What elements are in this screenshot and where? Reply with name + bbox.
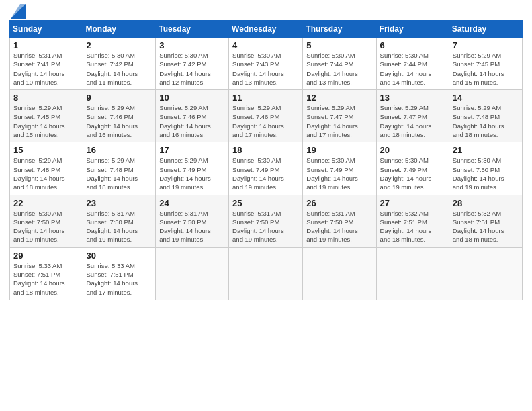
day-info: Sunrise: 5:30 AMSunset: 7:50 PMDaylight:… (453, 156, 519, 191)
day-number: 14 (453, 93, 519, 103)
logo-icon (11, 4, 26, 19)
calendar-cell: 29Sunrise: 5:33 AMSunset: 7:51 PMDayligh… (10, 247, 83, 300)
calendar-cell: 26Sunrise: 5:31 AMSunset: 7:50 PMDayligh… (303, 195, 376, 247)
day-info: Sunrise: 5:30 AMSunset: 7:44 PMDaylight:… (380, 51, 445, 87)
day-info: Sunrise: 5:33 AMSunset: 7:51 PMDaylight:… (13, 261, 79, 297)
day-number: 5 (306, 40, 372, 50)
day-number: 23 (87, 198, 152, 208)
calendar-cell: 1Sunrise: 5:31 AMSunset: 7:41 PMDaylight… (10, 38, 83, 90)
weekday-header-wednesday: Wednesday (229, 21, 303, 38)
calendar-cell: 22Sunrise: 5:30 AMSunset: 7:50 PMDayligh… (10, 195, 83, 247)
day-info: Sunrise: 5:29 AMSunset: 7:46 PMDaylight:… (87, 103, 152, 139)
day-info: Sunrise: 5:30 AMSunset: 7:42 PMDaylight:… (87, 51, 152, 87)
day-number: 25 (232, 198, 299, 208)
day-number: 16 (87, 145, 152, 155)
weekday-header-sunday: Sunday (10, 21, 83, 38)
day-number: 6 (380, 40, 445, 50)
day-info: Sunrise: 5:29 AMSunset: 7:48 PMDaylight:… (13, 156, 79, 191)
day-number: 21 (453, 145, 519, 155)
day-number: 30 (87, 250, 152, 261)
header (9, 7, 523, 15)
week-row-3: 15Sunrise: 5:29 AMSunset: 7:48 PMDayligh… (10, 142, 523, 195)
day-info: Sunrise: 5:29 AMSunset: 7:46 PMDaylight:… (159, 103, 225, 139)
weekday-header-row: SundayMondayTuesdayWednesdayThursdayFrid… (10, 21, 523, 38)
day-number: 8 (13, 93, 79, 103)
calendar-cell (303, 247, 376, 300)
calendar-cell: 19Sunrise: 5:30 AMSunset: 7:49 PMDayligh… (303, 142, 376, 195)
week-row-5: 29Sunrise: 5:33 AMSunset: 7:51 PMDayligh… (10, 247, 523, 300)
day-number: 22 (13, 198, 79, 208)
day-number: 17 (159, 145, 225, 155)
svg-marker-1 (11, 4, 26, 19)
week-row-4: 22Sunrise: 5:30 AMSunset: 7:50 PMDayligh… (10, 195, 523, 247)
calendar-cell: 17Sunrise: 5:29 AMSunset: 7:49 PMDayligh… (156, 142, 229, 195)
page: SundayMondayTuesdayWednesdayThursdayFrid… (0, 0, 532, 411)
calendar-cell: 10Sunrise: 5:29 AMSunset: 7:46 PMDayligh… (156, 90, 229, 142)
day-number: 13 (380, 93, 445, 103)
day-number: 7 (453, 40, 519, 50)
weekday-header-thursday: Thursday (303, 21, 376, 38)
day-number: 19 (306, 145, 372, 155)
calendar-cell: 7Sunrise: 5:29 AMSunset: 7:45 PMDaylight… (449, 38, 522, 90)
calendar-cell: 30Sunrise: 5:33 AMSunset: 7:51 PMDayligh… (83, 247, 156, 300)
day-number: 15 (13, 145, 79, 155)
logo (9, 7, 26, 15)
calendar-cell: 13Sunrise: 5:29 AMSunset: 7:47 PMDayligh… (376, 90, 449, 142)
day-info: Sunrise: 5:30 AMSunset: 7:49 PMDaylight:… (232, 156, 299, 191)
calendar-cell: 25Sunrise: 5:31 AMSunset: 7:50 PMDayligh… (229, 195, 303, 247)
calendar-cell (376, 247, 449, 300)
day-info: Sunrise: 5:29 AMSunset: 7:48 PMDaylight:… (87, 156, 152, 191)
day-number: 11 (232, 93, 299, 103)
day-info: Sunrise: 5:33 AMSunset: 7:51 PMDaylight:… (87, 261, 152, 297)
day-info: Sunrise: 5:30 AMSunset: 7:44 PMDaylight:… (306, 51, 372, 87)
day-info: Sunrise: 5:31 AMSunset: 7:50 PMDaylight:… (159, 209, 225, 244)
day-info: Sunrise: 5:30 AMSunset: 7:49 PMDaylight:… (380, 156, 445, 191)
day-info: Sunrise: 5:29 AMSunset: 7:45 PMDaylight:… (453, 51, 519, 87)
day-info: Sunrise: 5:29 AMSunset: 7:47 PMDaylight:… (380, 103, 445, 139)
calendar-cell: 6Sunrise: 5:30 AMSunset: 7:44 PMDaylight… (376, 38, 449, 90)
calendar: SundayMondayTuesdayWednesdayThursdayFrid… (9, 20, 523, 300)
day-number: 24 (159, 198, 225, 208)
day-info: Sunrise: 5:29 AMSunset: 7:47 PMDaylight:… (306, 103, 372, 139)
day-number: 18 (232, 145, 299, 155)
calendar-cell: 16Sunrise: 5:29 AMSunset: 7:48 PMDayligh… (83, 142, 156, 195)
calendar-cell: 20Sunrise: 5:30 AMSunset: 7:49 PMDayligh… (376, 142, 449, 195)
week-row-1: 1Sunrise: 5:31 AMSunset: 7:41 PMDaylight… (10, 38, 523, 90)
calendar-cell: 24Sunrise: 5:31 AMSunset: 7:50 PMDayligh… (156, 195, 229, 247)
day-info: Sunrise: 5:29 AMSunset: 7:46 PMDaylight:… (232, 103, 299, 139)
calendar-cell: 4Sunrise: 5:30 AMSunset: 7:43 PMDaylight… (229, 38, 303, 90)
day-info: Sunrise: 5:31 AMSunset: 7:41 PMDaylight:… (13, 51, 79, 87)
day-number: 9 (87, 93, 152, 103)
day-number: 26 (306, 198, 372, 208)
day-info: Sunrise: 5:29 AMSunset: 7:49 PMDaylight:… (159, 156, 225, 191)
day-info: Sunrise: 5:29 AMSunset: 7:45 PMDaylight:… (13, 103, 79, 139)
day-info: Sunrise: 5:30 AMSunset: 7:42 PMDaylight:… (159, 51, 225, 87)
calendar-cell: 9Sunrise: 5:29 AMSunset: 7:46 PMDaylight… (83, 90, 156, 142)
calendar-cell: 27Sunrise: 5:32 AMSunset: 7:51 PMDayligh… (376, 195, 449, 247)
calendar-cell: 21Sunrise: 5:30 AMSunset: 7:50 PMDayligh… (449, 142, 522, 195)
day-info: Sunrise: 5:31 AMSunset: 7:50 PMDaylight:… (232, 209, 299, 244)
day-number: 27 (380, 198, 445, 208)
calendar-cell (156, 247, 229, 300)
calendar-cell: 5Sunrise: 5:30 AMSunset: 7:44 PMDaylight… (303, 38, 376, 90)
calendar-cell: 11Sunrise: 5:29 AMSunset: 7:46 PMDayligh… (229, 90, 303, 142)
weekday-header-tuesday: Tuesday (156, 21, 229, 38)
calendar-cell: 15Sunrise: 5:29 AMSunset: 7:48 PMDayligh… (10, 142, 83, 195)
day-number: 4 (232, 40, 299, 50)
weekday-header-friday: Friday (376, 21, 449, 38)
day-info: Sunrise: 5:30 AMSunset: 7:50 PMDaylight:… (13, 209, 79, 244)
day-info: Sunrise: 5:29 AMSunset: 7:48 PMDaylight:… (453, 103, 519, 139)
day-info: Sunrise: 5:31 AMSunset: 7:50 PMDaylight:… (87, 209, 152, 244)
day-info: Sunrise: 5:30 AMSunset: 7:43 PMDaylight:… (232, 51, 299, 87)
calendar-cell: 23Sunrise: 5:31 AMSunset: 7:50 PMDayligh… (83, 195, 156, 247)
calendar-cell (449, 247, 522, 300)
day-info: Sunrise: 5:32 AMSunset: 7:51 PMDaylight:… (380, 209, 445, 244)
week-row-2: 8Sunrise: 5:29 AMSunset: 7:45 PMDaylight… (10, 90, 523, 142)
calendar-cell: 2Sunrise: 5:30 AMSunset: 7:42 PMDaylight… (83, 38, 156, 90)
day-number: 12 (306, 93, 372, 103)
day-number: 20 (380, 145, 445, 155)
calendar-cell: 18Sunrise: 5:30 AMSunset: 7:49 PMDayligh… (229, 142, 303, 195)
calendar-cell: 12Sunrise: 5:29 AMSunset: 7:47 PMDayligh… (303, 90, 376, 142)
day-number: 2 (87, 40, 152, 50)
day-number: 28 (453, 198, 519, 208)
